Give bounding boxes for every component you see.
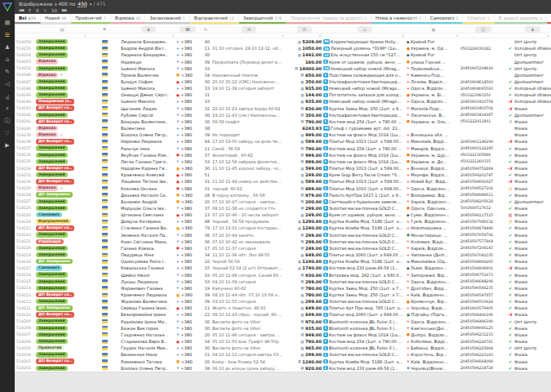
status-badge[interactable]: Самовивіз — [36, 265, 62, 270]
status-badge[interactable]: ДО Возврат ск.. — [36, 359, 74, 363]
tab-Відмова[interactable]: Відмова42 — [111, 14, 146, 24]
table-row[interactable]: 514221УтилізаціяКнап Світлана Миха..✳+38… — [15, 238, 551, 245]
status-badge[interactable]: Відмова — [36, 73, 58, 78]
table-row[interactable]: 514215ЗавершенийЛукаш Людмила✳+3803304.1… — [15, 278, 551, 285]
dashboard-icon[interactable]: ▤ — [2, 18, 13, 29]
page-button-7[interactable]: 7 — [28, 7, 31, 14]
status-badge[interactable]: Завершений — [36, 326, 68, 331]
status-badge[interactable]: Відмова — [36, 185, 58, 190]
announcements-icon[interactable]: ◁ — [2, 79, 13, 90]
table-row[interactable]: 514208ЗавершенийБажан Виктория✳+38030Вис… — [15, 325, 551, 332]
table-row[interactable]: 514231ЗавершенийКравченко Алексей●+38051… — [15, 172, 551, 178]
info-icon[interactable]: ⓘ — [2, 116, 13, 127]
status-badge[interactable]: ДО Возврат ск.. — [36, 312, 74, 317]
table-row[interactable]: 514220ЗавершенийГалина Коваль●+3801705.1… — [15, 245, 551, 252]
status-badge[interactable]: Завершений — [36, 332, 68, 337]
status-badge[interactable]: Завершений — [36, 172, 68, 177]
table-row[interactable]: 514202ЗавершенийБілоока Олена Петр..✳+38… — [15, 365, 551, 372]
status-badge[interactable]: ДО Возврат ск.. — [36, 166, 74, 171]
status-badge[interactable]: Завершений — [36, 232, 68, 237]
range-caret-icon[interactable]: ▾ — [90, 2, 92, 7]
status-badge[interactable]: Завершений — [36, 299, 68, 304]
first-page-button[interactable]: |◀◀ — [19, 7, 23, 14]
orders-icon[interactable]: ☰ — [2, 30, 13, 41]
status-badge[interactable]: Завершений — [36, 113, 68, 118]
table-row[interactable]: 514238ДО Возврат ск..Ниркова Людмила✳+38… — [15, 138, 551, 145]
table-row[interactable]: 514223ДО Возврат ск..Стасенко Галина Ви.… — [15, 225, 551, 231]
integrations-icon[interactable]: ⚡ — [2, 104, 13, 114]
table-row[interactable]: 514247ЗавершенийБундук София●+3803020.10… — [15, 78, 551, 85]
status-badge[interactable]: ДО Завершено — [36, 192, 73, 197]
tab-Повернення ([interactable]: Повернення ( — [547, 14, 551, 24]
tab-Відправлений[interactable]: Відправлений12 — [190, 14, 239, 24]
status-badge[interactable]: Завершений — [36, 199, 68, 204]
status-badge[interactable]: Завершений — [36, 272, 68, 277]
table-row[interactable]: 514204ЗавершенийБелинская Нила✳+3803104.… — [15, 351, 551, 358]
table-row[interactable]: 514207ЗавершенийГладченко Наталья ..✳+38… — [15, 332, 551, 338]
table-row[interactable]: 514253ВідмоваНадежда✳+38039Предоплата (П… — [15, 58, 551, 65]
table-row[interactable]: 514244Повернення (з..Іщенко Микола✳+3803… — [15, 98, 551, 105]
table-row[interactable]: 514224ВідправленийДимула Катерина✳+38048… — [15, 218, 551, 225]
table-row[interactable]: 514203ДО Возврат ск..Романенко Тетяна■+3… — [15, 359, 551, 365]
table-row[interactable]: 514216ЗавершенийШейко Неллі✳+3803305.10 … — [15, 271, 551, 278]
status-badge[interactable]: Відмова — [36, 132, 58, 137]
status-badge[interactable]: Завершений — [36, 52, 68, 57]
table-row[interactable]: 514206ЗавершенийСтадникова Вера В..●+380… — [15, 338, 551, 345]
status-badge[interactable]: Завершений — [36, 352, 68, 357]
tab-Сервіси[interactable]: Сервіси0 — [463, 14, 494, 24]
table-row[interactable]: 514211ДО ЗавершеноСереда Галина Івані..●… — [15, 305, 551, 311]
last-page-button[interactable]: ▶▶| — [62, 7, 66, 14]
table-row[interactable]: 514209ЗавершенийРаднікова Ірина Ми..✳+38… — [15, 318, 551, 325]
status-badge[interactable]: ДО Завершено — [36, 305, 73, 310]
table-row[interactable]: 514230ДО Возврат ск..Лященко Тетяна Іва.… — [15, 178, 551, 185]
page-button-8[interactable]: 8 — [36, 7, 39, 14]
tab-Повернення товару (в дорозі)[interactable]: Повернення товару (в дорозі)0 — [287, 14, 371, 24]
status-badge[interactable]: Утилізація — [36, 239, 64, 244]
page-button-10[interactable]: 10 — [51, 7, 57, 14]
tab-Новий[interactable]: Новий48 — [41, 14, 71, 24]
table-row[interactable]: 514252ЗавершенийІщенко Микола✳+38033▦140… — [15, 65, 551, 72]
range-end-value[interactable]: 450 — [78, 1, 87, 7]
marketing-icon[interactable]: ✎ — [2, 67, 13, 78]
tab-Прийнятий[interactable]: Прийнятий7 — [71, 14, 111, 24]
status-badge[interactable]: Завершений — [36, 318, 68, 323]
logo[interactable] — [2, 2, 12, 11]
status-badge[interactable]: ДО Возврат ск.. — [36, 139, 74, 144]
table-row[interactable]: 514217СамовивізКовальська Галина✳+38015Ч… — [15, 265, 551, 271]
tab-Самовивіз[interactable]: Самовивіз2 — [426, 14, 464, 24]
status-badge[interactable]: ДО Возврат ск.. — [36, 292, 74, 297]
video-icon[interactable]: ▶ — [2, 140, 13, 151]
table-row[interactable]: 514234ДО Возврат ск..Надарян Карина Гв..… — [15, 165, 551, 172]
status-badge[interactable]: ДО Возврат ск.. — [36, 105, 74, 110]
status-badge[interactable]: Завершений — [36, 159, 68, 164]
tab-Завершений[interactable]: Завершений278 — [239, 14, 287, 24]
status-badge[interactable]: Завершений — [36, 366, 68, 371]
status-badge[interactable]: ДО Возврат ск.. — [36, 179, 74, 184]
table-row[interactable]: 514228ДО ЗавершеноДихавка Наталія Си..■+… — [15, 192, 551, 198]
table-row[interactable]: 514246ЗавершенийІщенко Микола✳+3803319.1… — [15, 85, 551, 91]
table-row[interactable]: 514214ЗавершенийФаранович Галина✳+38019К… — [15, 285, 551, 292]
status-badge[interactable]: Завершений — [36, 145, 68, 150]
page-button-9[interactable]: 9 — [43, 7, 47, 14]
status-badge[interactable]: Самовивіз — [36, 212, 62, 217]
table-row[interactable]: 514241ДО Возврат ск..Бондарь Валентина..… — [15, 118, 551, 125]
status-badge[interactable]: Завершений — [36, 92, 68, 97]
table-row[interactable]: 514245ЗавершенийОнищук Денис Сергі..●+38… — [15, 91, 551, 98]
status-badge[interactable]: Завершений — [36, 39, 68, 44]
status-badge[interactable]: Повернення (з.. — [36, 99, 74, 104]
table-row[interactable]: 514243ДО Возврат ск..Цыганюк Лидия✳+3803… — [15, 105, 551, 112]
tab-Всі[interactable]: Всі471 — [15, 14, 41, 24]
table-row[interactable]: 514222ЗавершенийЗеленко Наталія Па..✳+38… — [15, 232, 551, 238]
status-badge[interactable]: Завершений — [36, 66, 68, 71]
status-badge[interactable]: Завершений — [36, 279, 68, 284]
status-badge[interactable]: Завершений — [36, 206, 68, 211]
status-badge[interactable]: Відправлений — [36, 219, 71, 224]
table-row[interactable]: 514235ЗавершенийЛетяк Галина Григо..✳+38… — [15, 158, 551, 165]
table-row[interactable]: 514242ЗавершенийРублюк Сергій✳+3803019.1… — [15, 112, 551, 118]
table-row[interactable]: 514255ЗавершенийБадров Андрій Вікт..✳+38… — [15, 45, 551, 51]
table-row[interactable]: 514218ДО ЗавершеноОдносумова Раіса І..✳+… — [15, 258, 551, 265]
table-row[interactable]: 514248Відмова⊙Пронів Валентин■+38034Нало… — [15, 72, 551, 78]
tab-Запакований[interactable]: Запакований1 — [145, 14, 190, 24]
status-badge[interactable]: ДО Завершено — [36, 259, 73, 264]
table-row[interactable]: 514254ЗавершенийЛюдмила Бондарен..✳+3803… — [15, 51, 551, 58]
